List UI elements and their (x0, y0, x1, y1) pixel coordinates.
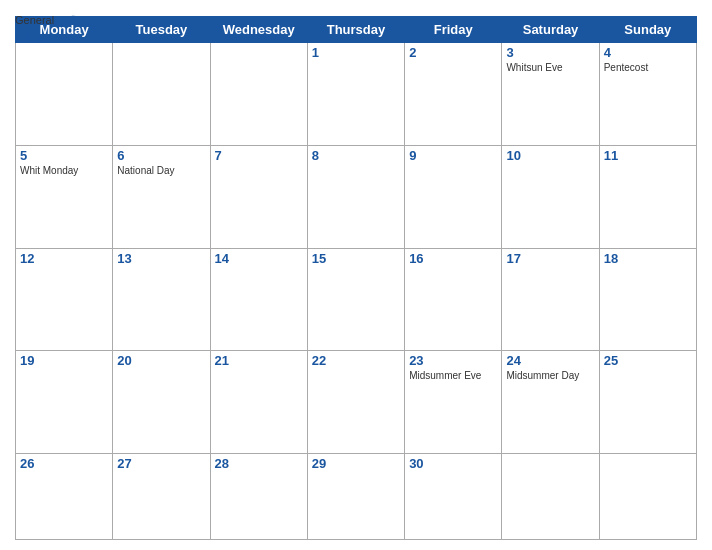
day-number: 22 (312, 353, 400, 368)
calendar-week-4: 1920212223Midsummer Eve24Midsummer Day25 (16, 351, 697, 454)
calendar-cell: 17 (502, 248, 599, 351)
day-number: 23 (409, 353, 497, 368)
day-number: 28 (215, 456, 303, 471)
calendar-cell: 25 (599, 351, 696, 454)
calendar-cell: 16 (405, 248, 502, 351)
logo-blue-text: Blue (15, 30, 43, 45)
calendar-cell (502, 454, 599, 540)
holiday-label: Pentecost (604, 62, 692, 73)
day-number: 27 (117, 456, 205, 471)
calendar-cell: 13 (113, 248, 210, 351)
calendar-cell: 6National Day (113, 145, 210, 248)
day-number: 18 (604, 251, 692, 266)
calendar-cell: 5Whit Monday (16, 145, 113, 248)
calendar-cell (113, 43, 210, 146)
calendar-cell: 14 (210, 248, 307, 351)
day-number: 24 (506, 353, 594, 368)
calendar-cell: 22 (307, 351, 404, 454)
calendar-cell: 7 (210, 145, 307, 248)
calendar-cell: 1 (307, 43, 404, 146)
day-number: 16 (409, 251, 497, 266)
weekday-header-wednesday: Wednesday (210, 17, 307, 43)
calendar-cell: 9 (405, 145, 502, 248)
calendar-cell: 4Pentecost (599, 43, 696, 146)
day-number: 30 (409, 456, 497, 471)
weekday-header-friday: Friday (405, 17, 502, 43)
calendar-cell: 29 (307, 454, 404, 540)
calendar-week-5: 2627282930 (16, 454, 697, 540)
calendar-page: General Blue MondayTuesdayWednesdayThurs… (0, 0, 712, 550)
calendar-cell: 2 (405, 43, 502, 146)
day-number: 8 (312, 148, 400, 163)
day-number: 25 (604, 353, 692, 368)
calendar-cell: 27 (113, 454, 210, 540)
day-number: 20 (117, 353, 205, 368)
calendar-cell: 24Midsummer Day (502, 351, 599, 454)
calendar-cell (599, 454, 696, 540)
holiday-label: Whit Monday (20, 165, 108, 176)
logo-general-text: General (15, 14, 54, 26)
day-number: 17 (506, 251, 594, 266)
calendar-cell (16, 43, 113, 146)
day-number: 5 (20, 148, 108, 163)
holiday-label: Midsummer Eve (409, 370, 497, 381)
calendar-cell: 19 (16, 351, 113, 454)
calendar-cell: 20 (113, 351, 210, 454)
calendar-cell: 12 (16, 248, 113, 351)
weekday-header-saturday: Saturday (502, 17, 599, 43)
logo-bird-icon (56, 10, 84, 30)
day-number: 13 (117, 251, 205, 266)
calendar-cell: 28 (210, 454, 307, 540)
calendar-week-2: 5Whit Monday6National Day7891011 (16, 145, 697, 248)
holiday-label: National Day (117, 165, 205, 176)
calendar-week-3: 12131415161718 (16, 248, 697, 351)
day-number: 1 (312, 45, 400, 60)
calendar-week-1: 123Whitsun Eve4Pentecost (16, 43, 697, 146)
calendar-cell: 15 (307, 248, 404, 351)
day-number: 11 (604, 148, 692, 163)
day-number: 7 (215, 148, 303, 163)
calendar-cell: 23Midsummer Eve (405, 351, 502, 454)
calendar-cell: 8 (307, 145, 404, 248)
weekday-header-tuesday: Tuesday (113, 17, 210, 43)
day-number: 15 (312, 251, 400, 266)
day-number: 9 (409, 148, 497, 163)
day-number: 4 (604, 45, 692, 60)
calendar-cell: 10 (502, 145, 599, 248)
day-number: 19 (20, 353, 108, 368)
day-number: 14 (215, 251, 303, 266)
day-number: 2 (409, 45, 497, 60)
holiday-label: Midsummer Day (506, 370, 594, 381)
calendar-cell (210, 43, 307, 146)
day-number: 26 (20, 456, 108, 471)
calendar-cell: 21 (210, 351, 307, 454)
calendar-cell: 11 (599, 145, 696, 248)
calendar-cell: 18 (599, 248, 696, 351)
day-number: 21 (215, 353, 303, 368)
calendar-table: MondayTuesdayWednesdayThursdayFridaySatu… (15, 16, 697, 540)
day-number: 29 (312, 456, 400, 471)
day-number: 10 (506, 148, 594, 163)
weekday-header-thursday: Thursday (307, 17, 404, 43)
weekday-header-row: MondayTuesdayWednesdayThursdayFridaySatu… (16, 17, 697, 43)
day-number: 3 (506, 45, 594, 60)
calendar-cell: 26 (16, 454, 113, 540)
day-number: 6 (117, 148, 205, 163)
logo: General Blue (15, 10, 84, 45)
day-number: 12 (20, 251, 108, 266)
calendar-cell: 30 (405, 454, 502, 540)
calendar-cell: 3Whitsun Eve (502, 43, 599, 146)
weekday-header-sunday: Sunday (599, 17, 696, 43)
holiday-label: Whitsun Eve (506, 62, 594, 73)
